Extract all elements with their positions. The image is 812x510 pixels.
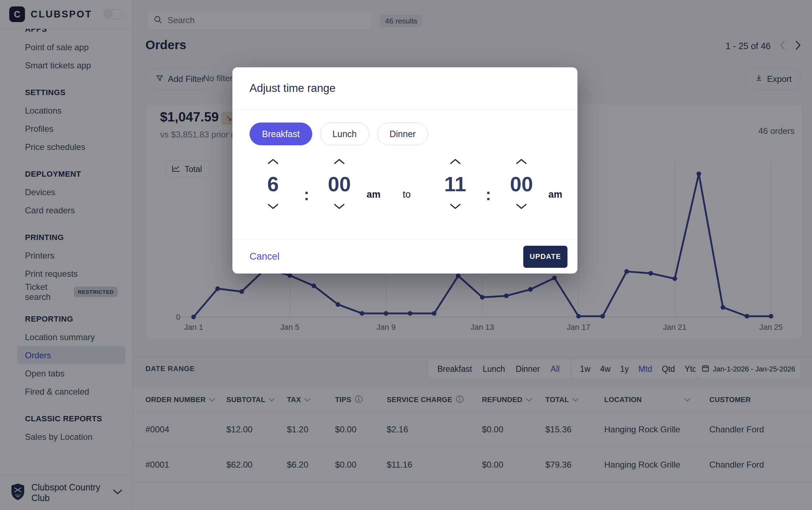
start-hour-value: 6 bbox=[267, 174, 279, 194]
end-minute-increment-button[interactable] bbox=[515, 158, 528, 165]
adjust-time-range-dialog: Adjust time range BreakfastLunchDinner 6… bbox=[232, 67, 577, 274]
update-button[interactable]: UPDATE bbox=[523, 246, 567, 268]
clubspot-app: C CLUBSPOT APPSPoint of sale appSmart ti… bbox=[0, 0, 812, 510]
start-hour-increment-button[interactable] bbox=[267, 158, 279, 165]
colon-separator: : bbox=[485, 158, 491, 231]
end-hour-decrement-button[interactable] bbox=[449, 203, 461, 210]
meal-option-dinner[interactable]: Dinner bbox=[377, 123, 428, 145]
meal-option-breakfast[interactable]: Breakfast bbox=[250, 123, 312, 145]
end-minute-stepper: 00 bbox=[510, 158, 533, 210]
end-minute-decrement-button[interactable] bbox=[515, 203, 528, 210]
end-hour-increment-button[interactable] bbox=[449, 158, 461, 165]
end-hour-stepper: 11 bbox=[444, 158, 466, 210]
meal-segment-group: BreakfastLunchDinner bbox=[250, 123, 428, 145]
start-hour-decrement-button[interactable] bbox=[267, 203, 279, 210]
dialog-title: Adjust time range bbox=[250, 82, 335, 95]
start-minute-value: 00 bbox=[328, 174, 351, 194]
start-minute-decrement-button[interactable] bbox=[333, 203, 345, 210]
dialog-header: Adjust time range bbox=[232, 67, 577, 110]
end-hour-value: 11 bbox=[444, 174, 466, 194]
time-range-stepper: 6:00amto11:00am bbox=[232, 158, 577, 234]
start-hour-stepper: 6 bbox=[267, 158, 279, 210]
end-meridiem: am bbox=[548, 158, 562, 231]
to-connector: to bbox=[403, 158, 411, 231]
start-minute-stepper: 00 bbox=[328, 158, 351, 210]
start-meridiem: am bbox=[366, 158, 380, 231]
colon-separator: : bbox=[304, 158, 309, 231]
dialog-footer: Cancel UPDATE bbox=[232, 239, 577, 274]
meal-option-lunch[interactable]: Lunch bbox=[320, 123, 369, 145]
cancel-button[interactable]: Cancel bbox=[250, 251, 279, 262]
start-minute-increment-button[interactable] bbox=[333, 158, 345, 165]
end-minute-value: 00 bbox=[510, 174, 533, 194]
